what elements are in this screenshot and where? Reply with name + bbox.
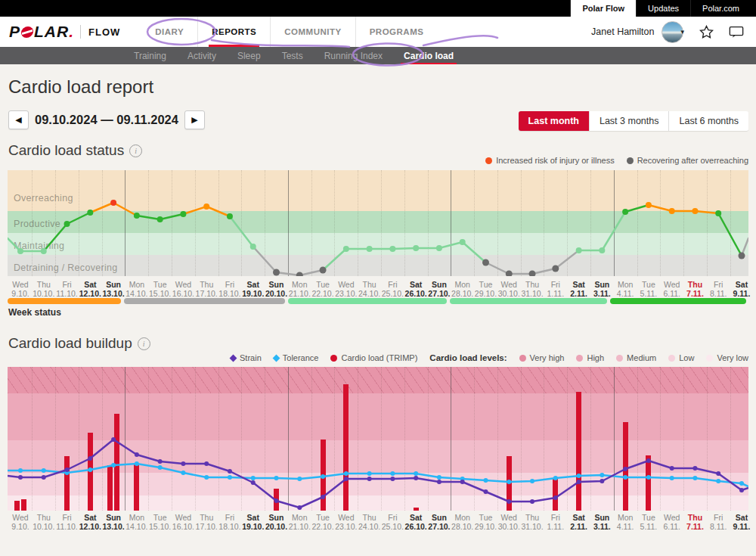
cardio-load-status-chart: OverreachingProductiveMaintainingDetrain… <box>8 170 748 276</box>
status-point <box>203 203 209 210</box>
legend-dot-icon <box>519 355 526 362</box>
polar-logo[interactable]: PLAR. FLOW <box>9 23 120 41</box>
nav-item-diary[interactable]: DIARY <box>141 17 197 47</box>
status-point <box>180 211 186 217</box>
legend-dot-icon <box>706 355 713 362</box>
feedback-chat-icon[interactable] <box>729 26 744 39</box>
strain-line-point <box>297 505 302 510</box>
nav-item-community[interactable]: COMMUNITY <box>270 17 355 47</box>
topbar-tab-updates[interactable]: Updates <box>636 0 690 17</box>
status-point <box>413 245 419 251</box>
main-header: PLAR. FLOW DIARYREPORTSCOMMUNITYPROGRAMS… <box>0 17 756 47</box>
tolerance-line-point <box>739 481 744 486</box>
date-range-text: 09.10.2024 — 09.11.2024 <box>35 113 178 127</box>
status-point <box>622 209 628 215</box>
nav-item-programs[interactable]: PROGRAMS <box>355 17 438 47</box>
strain-line-point <box>111 437 116 442</box>
strain-line-point <box>507 499 511 504</box>
tolerance-line-point <box>692 476 697 480</box>
status-point <box>110 200 116 206</box>
status-legend: Increased risk of injury or illnessRecov… <box>485 156 748 165</box>
legend-label: Very high <box>530 353 565 362</box>
legend-label: Low <box>679 353 694 362</box>
subnav-item-sleep[interactable]: Sleep <box>227 47 271 64</box>
legend-dot-icon <box>485 157 492 164</box>
tolerance-line-point <box>600 473 604 477</box>
legend-item: Tolerance <box>274 353 319 362</box>
tolerance-line-point <box>414 471 418 476</box>
strain-line-point <box>181 461 185 466</box>
status-point <box>692 208 698 214</box>
subnav-item-activity[interactable]: Activity <box>177 47 227 64</box>
subnav-items: TrainingActivitySleepTestsRunning IndexC… <box>123 47 464 64</box>
strain-line-point <box>274 499 279 503</box>
status-point <box>576 247 582 253</box>
tolerance-line-point <box>321 474 325 479</box>
tolerance-line-point <box>646 475 651 480</box>
strain-line-point <box>321 495 325 499</box>
strain-line-point <box>483 489 488 494</box>
legend-dot-icon <box>576 355 583 362</box>
subnav-item-cardio-load[interactable]: Cardio load <box>393 47 464 64</box>
strain-line-point <box>716 471 720 476</box>
strain-line-point <box>692 466 697 471</box>
status-point <box>646 202 652 208</box>
legend-item: Strain <box>231 353 262 362</box>
topbar-tab-polar-flow[interactable]: Polar Flow <box>570 0 636 17</box>
strain-line-point <box>88 456 92 461</box>
tolerance-line-point <box>135 461 139 466</box>
tolerance-line-point <box>344 471 349 476</box>
status-point <box>367 246 373 252</box>
legend-label: Recovering after overreaching <box>637 156 748 165</box>
tolerance-line-point <box>228 475 232 480</box>
tolerance-line-point <box>390 471 395 476</box>
status-point <box>273 269 280 276</box>
subnav-item-running-index[interactable]: Running Index <box>314 47 393 64</box>
info-icon[interactable]: i <box>138 337 150 350</box>
strain-line-point <box>553 495 558 500</box>
status-point <box>389 246 395 252</box>
status-point <box>343 246 349 252</box>
buildup-section-title: Cardio load buildup i <box>8 335 150 352</box>
nav-item-reports[interactable]: REPORTS <box>197 17 270 47</box>
info-icon[interactable]: i <box>129 144 142 157</box>
status-section-title: Cardio load status i <box>8 142 142 159</box>
favorites-star-icon[interactable] <box>699 25 714 39</box>
tolerance-line-point <box>670 476 674 480</box>
topbar-tab-polar-com[interactable]: Polar.com <box>690 0 751 17</box>
next-period-button[interactable]: ▶ <box>184 110 205 129</box>
strain-line-point <box>600 479 604 483</box>
legend-item: Very low <box>706 353 748 362</box>
status-point <box>436 245 442 251</box>
range-button-last-month[interactable]: Last month <box>519 111 589 131</box>
legend-item: High <box>576 353 604 362</box>
status-point <box>296 272 303 277</box>
strain-line-point <box>65 467 70 472</box>
chevron-down-icon: ▾ <box>680 28 684 36</box>
legend-marker-icon <box>272 354 280 362</box>
strain-line-point <box>623 467 627 471</box>
prev-period-button[interactable]: ◀ <box>8 110 29 129</box>
user-name[interactable]: Janet Hamilton <box>591 26 654 37</box>
legend-item: Cardio load (TRIMP) <box>330 353 417 362</box>
date-navigation: ◀ 09.10.2024 — 09.11.2024 ▶ <box>8 110 205 129</box>
cardio-load-buildup-chart <box>8 367 748 511</box>
tolerance-line-point <box>18 468 23 473</box>
legend-label: Increased risk of injury or illness <box>496 156 615 165</box>
status-point <box>738 253 745 259</box>
legend-label: High <box>587 353 604 362</box>
strain-line-point <box>135 452 139 457</box>
week-status-segment-productive <box>450 298 607 304</box>
status-point <box>669 208 675 214</box>
range-button-last-3-months[interactable]: Last 3 months <box>589 111 669 131</box>
topbar-tabs: Polar FlowUpdatesPolar.com <box>570 0 751 17</box>
subnav-item-tests[interactable]: Tests <box>271 47 314 64</box>
header-user-area: Janet Hamilton ▾ <box>591 21 744 43</box>
range-button-last-6-months[interactable]: Last 6 months <box>668 111 748 131</box>
user-menu[interactable]: ▾ <box>662 21 684 43</box>
tolerance-line-point <box>530 479 534 483</box>
tolerance-line-point <box>553 476 558 480</box>
subnav-item-training[interactable]: Training <box>123 47 177 64</box>
week-status-label: Week status <box>8 307 61 318</box>
legend-label: Very low <box>717 353 748 362</box>
